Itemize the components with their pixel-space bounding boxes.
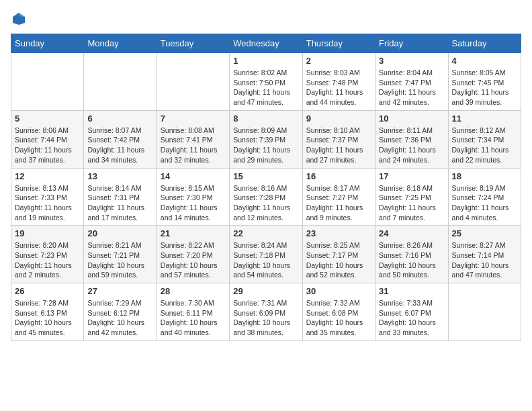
calendar-cell <box>84 53 157 111</box>
day-info: Sunrise: 8:13 AMSunset: 7:33 PMDaylight:… <box>15 183 80 223</box>
calendar-cell <box>448 283 521 341</box>
day-number: 14 <box>161 171 226 181</box>
calendar-cell: 1Sunrise: 8:02 AMSunset: 7:50 PMDaylight… <box>230 53 302 111</box>
day-info: Sunrise: 7:31 AMSunset: 6:09 PMDaylight:… <box>233 298 298 338</box>
day-number: 24 <box>379 228 444 238</box>
day-info: Sunrise: 8:02 AMSunset: 7:50 PMDaylight:… <box>233 68 298 107</box>
week-row-2: 5Sunrise: 8:06 AMSunset: 7:44 PMDaylight… <box>11 110 521 168</box>
calendar-cell <box>11 53 84 111</box>
day-info: Sunrise: 8:07 AMSunset: 7:42 PMDaylight:… <box>87 126 152 165</box>
day-info: Sunrise: 8:03 AMSunset: 7:48 PMDaylight:… <box>306 68 371 107</box>
header-row: SundayMondayTuesdayWednesdayThursdayFrid… <box>11 34 521 53</box>
day-number: 3 <box>379 56 444 66</box>
day-number: 29 <box>233 286 298 296</box>
day-info: Sunrise: 7:32 AMSunset: 6:08 PMDaylight:… <box>306 298 371 338</box>
day-info: Sunrise: 8:12 AMSunset: 7:34 PMDaylight:… <box>452 126 517 165</box>
day-info: Sunrise: 8:26 AMSunset: 7:16 PMDaylight:… <box>379 240 444 280</box>
day-number: 6 <box>87 113 152 124</box>
calendar-cell: 26Sunrise: 7:28 AMSunset: 6:13 PMDayligh… <box>11 283 84 341</box>
day-number: 21 <box>161 228 226 238</box>
day-number: 22 <box>233 228 298 238</box>
calendar-cell: 8Sunrise: 8:09 AMSunset: 7:39 PMDaylight… <box>230 110 302 168</box>
calendar-cell: 15Sunrise: 8:16 AMSunset: 7:28 PMDayligh… <box>230 168 302 226</box>
logo <box>11 11 30 27</box>
day-number: 8 <box>233 113 298 124</box>
day-info: Sunrise: 8:20 AMSunset: 7:23 PMDaylight:… <box>15 240 80 280</box>
day-info: Sunrise: 8:17 AMSunset: 7:27 PMDaylight:… <box>306 183 371 223</box>
day-number: 4 <box>452 56 517 66</box>
calendar-cell: 16Sunrise: 8:17 AMSunset: 7:27 PMDayligh… <box>302 168 375 226</box>
day-info: Sunrise: 8:10 AMSunset: 7:37 PMDaylight:… <box>306 126 371 165</box>
col-header-saturday: Saturday <box>448 34 521 53</box>
day-number: 27 <box>87 286 152 296</box>
day-info: Sunrise: 8:04 AMSunset: 7:47 PMDaylight:… <box>379 68 444 107</box>
day-number: 13 <box>87 171 152 181</box>
calendar-cell: 2Sunrise: 8:03 AMSunset: 7:48 PMDaylight… <box>302 53 375 111</box>
day-info: Sunrise: 7:29 AMSunset: 6:12 PMDaylight:… <box>87 298 152 338</box>
day-number: 19 <box>15 228 80 238</box>
calendar-cell: 3Sunrise: 8:04 AMSunset: 7:47 PMDaylight… <box>375 53 448 111</box>
calendar-cell: 17Sunrise: 8:18 AMSunset: 7:25 PMDayligh… <box>375 168 448 226</box>
calendar-cell: 4Sunrise: 8:05 AMSunset: 7:45 PMDaylight… <box>448 53 521 111</box>
day-info: Sunrise: 8:05 AMSunset: 7:45 PMDaylight:… <box>452 68 517 107</box>
day-number: 12 <box>15 171 80 181</box>
col-header-thursday: Thursday <box>302 34 375 53</box>
calendar-cell: 30Sunrise: 7:32 AMSunset: 6:08 PMDayligh… <box>302 283 375 341</box>
calendar-cell: 21Sunrise: 8:22 AMSunset: 7:20 PMDayligh… <box>157 226 229 283</box>
day-number: 10 <box>379 113 444 124</box>
day-info: Sunrise: 8:16 AMSunset: 7:28 PMDaylight:… <box>233 183 298 223</box>
day-info: Sunrise: 8:24 AMSunset: 7:18 PMDaylight:… <box>233 240 298 280</box>
calendar-cell: 10Sunrise: 8:11 AMSunset: 7:36 PMDayligh… <box>375 110 448 168</box>
day-info: Sunrise: 7:30 AMSunset: 6:11 PMDaylight:… <box>161 298 226 338</box>
day-number: 28 <box>161 286 226 296</box>
calendar-cell: 24Sunrise: 8:26 AMSunset: 7:16 PMDayligh… <box>375 226 448 283</box>
logo-icon <box>11 11 27 27</box>
col-header-sunday: Sunday <box>11 34 84 53</box>
calendar-cell <box>157 53 229 111</box>
day-number: 18 <box>452 171 517 181</box>
calendar-cell: 11Sunrise: 8:12 AMSunset: 7:34 PMDayligh… <box>448 110 521 168</box>
calendar-cell: 19Sunrise: 8:20 AMSunset: 7:23 PMDayligh… <box>11 226 84 283</box>
header <box>11 11 521 27</box>
day-info: Sunrise: 8:14 AMSunset: 7:31 PMDaylight:… <box>87 183 152 223</box>
day-number: 31 <box>379 286 444 296</box>
day-info: Sunrise: 8:25 AMSunset: 7:17 PMDaylight:… <box>306 240 371 280</box>
day-info: Sunrise: 8:18 AMSunset: 7:25 PMDaylight:… <box>379 183 444 223</box>
calendar-cell: 6Sunrise: 8:07 AMSunset: 7:42 PMDaylight… <box>84 110 157 168</box>
calendar-cell: 29Sunrise: 7:31 AMSunset: 6:09 PMDayligh… <box>230 283 302 341</box>
day-number: 26 <box>15 286 80 296</box>
day-number: 11 <box>452 113 517 124</box>
day-number: 30 <box>306 286 371 296</box>
week-row-4: 19Sunrise: 8:20 AMSunset: 7:23 PMDayligh… <box>11 226 521 283</box>
calendar-cell: 28Sunrise: 7:30 AMSunset: 6:11 PMDayligh… <box>157 283 229 341</box>
day-info: Sunrise: 8:27 AMSunset: 7:14 PMDaylight:… <box>452 240 517 280</box>
col-header-monday: Monday <box>84 34 157 53</box>
calendar-cell: 12Sunrise: 8:13 AMSunset: 7:33 PMDayligh… <box>11 168 84 226</box>
day-number: 2 <box>306 56 371 66</box>
day-number: 16 <box>306 171 371 181</box>
day-info: Sunrise: 7:28 AMSunset: 6:13 PMDaylight:… <box>15 298 80 338</box>
day-info: Sunrise: 8:09 AMSunset: 7:39 PMDaylight:… <box>233 126 298 165</box>
calendar-cell: 31Sunrise: 7:33 AMSunset: 6:07 PMDayligh… <box>375 283 448 341</box>
day-info: Sunrise: 8:19 AMSunset: 7:24 PMDaylight:… <box>452 183 517 223</box>
calendar-cell: 27Sunrise: 7:29 AMSunset: 6:12 PMDayligh… <box>84 283 157 341</box>
calendar-cell: 20Sunrise: 8:21 AMSunset: 7:21 PMDayligh… <box>84 226 157 283</box>
calendar-cell: 18Sunrise: 8:19 AMSunset: 7:24 PMDayligh… <box>448 168 521 226</box>
col-header-tuesday: Tuesday <box>157 34 229 53</box>
calendar-cell: 5Sunrise: 8:06 AMSunset: 7:44 PMDaylight… <box>11 110 84 168</box>
calendar-cell: 23Sunrise: 8:25 AMSunset: 7:17 PMDayligh… <box>302 226 375 283</box>
day-number: 15 <box>233 171 298 181</box>
day-info: Sunrise: 8:21 AMSunset: 7:21 PMDaylight:… <box>87 240 152 280</box>
day-info: Sunrise: 8:11 AMSunset: 7:36 PMDaylight:… <box>379 126 444 165</box>
calendar-cell: 13Sunrise: 8:14 AMSunset: 7:31 PMDayligh… <box>84 168 157 226</box>
day-info: Sunrise: 8:15 AMSunset: 7:30 PMDaylight:… <box>161 183 226 223</box>
calendar-table: SundayMondayTuesdayWednesdayThursdayFrid… <box>11 34 521 341</box>
day-info: Sunrise: 7:33 AMSunset: 6:07 PMDaylight:… <box>379 298 444 338</box>
col-header-wednesday: Wednesday <box>230 34 302 53</box>
day-number: 7 <box>161 113 226 124</box>
week-row-3: 12Sunrise: 8:13 AMSunset: 7:33 PMDayligh… <box>11 168 521 226</box>
calendar-cell: 22Sunrise: 8:24 AMSunset: 7:18 PMDayligh… <box>230 226 302 283</box>
day-number: 9 <box>306 113 371 124</box>
calendar-cell: 7Sunrise: 8:08 AMSunset: 7:41 PMDaylight… <box>157 110 229 168</box>
day-info: Sunrise: 8:06 AMSunset: 7:44 PMDaylight:… <box>15 126 80 165</box>
